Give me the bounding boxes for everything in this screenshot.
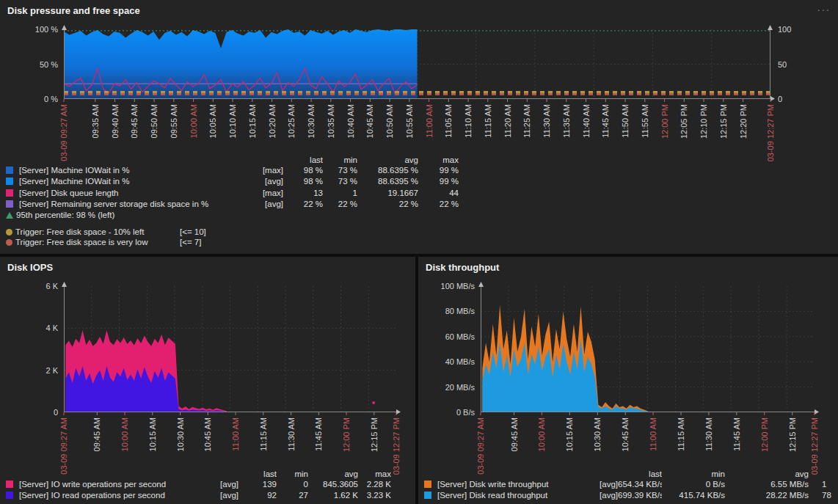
legend-aggregation: [avg]: [251, 199, 283, 210]
legend-header-last: last: [283, 155, 323, 165]
legend-aggregation: [avg]: [590, 490, 618, 501]
legend-row: [Server] IO write operations per second[…: [6, 479, 391, 490]
series-color-swatch: [6, 200, 13, 208]
legend-aggregation: [avg]: [590, 479, 618, 490]
legend-header-avg: avg: [357, 155, 418, 165]
x-axis-label: 03-09 09:27 AM: [476, 417, 485, 475]
x-axis-label: 12:05 PM: [679, 104, 688, 139]
legend-value: 73 %: [323, 165, 357, 176]
x-axis-label: 12:00 PM: [760, 417, 769, 452]
legend-value: 845.3605: [308, 479, 358, 490]
y-axis-label: 20 MB/s: [423, 383, 475, 392]
legend-value: 6.55 MB/s: [725, 479, 809, 490]
legend-header-spacer: [6, 155, 16, 165]
legend-value: 13: [283, 188, 323, 199]
legend-row: [Server] Disk queue length[max]13119.166…: [6, 188, 459, 199]
legend-row: [Server] Machine IOWait in %[max]98 %73 …: [6, 165, 459, 176]
x-axis-label: 11:55 AM: [641, 104, 649, 138]
y-axis-label: 6 K: [7, 282, 58, 291]
x-axis-label: 03-09 09:27 AM: [59, 104, 68, 161]
legend-header-spacer: [6, 469, 16, 479]
x-axis-label: 10:00 AM: [537, 417, 546, 451]
trigger-color-icon: [6, 239, 12, 246]
legend-value: 1: [809, 479, 838, 490]
dashboard: { "accent_colors": {"panel_bg":"#242424"…: [0, 0, 838, 504]
x-axis-label: 10:55 AM: [405, 104, 414, 138]
x-axis-label: 11:45 AM: [314, 417, 323, 451]
legend-value: 415.74 KB/s: [662, 490, 725, 501]
legend-swatch-cell: [6, 199, 16, 210]
percentile-triangle-icon: [6, 212, 13, 219]
x-axis-label: 10:15 AM: [148, 417, 157, 451]
legend-value: 699.39 KB/s: [618, 490, 662, 501]
legend-value: 27: [277, 490, 308, 501]
percentile-text: 95th percentile: 98 % (left): [13, 210, 114, 220]
x-axis-label: 09:40 AM: [111, 104, 120, 138]
trigger-row: Trigger: Free disk space - 10% left[<= 1…: [6, 227, 459, 237]
x-axis-label: 10:15 AM: [565, 417, 574, 451]
legend-header-last: last: [238, 469, 277, 479]
legend-value: 22 %: [323, 199, 357, 210]
chart-disk-throughput[interactable]: [481, 286, 815, 412]
panel-menu-button[interactable]: ...: [817, 1, 831, 13]
trigger-constraint: [<= 7]: [180, 237, 201, 247]
x-axis-label: 11:20 AM: [503, 104, 512, 138]
legend-value: 1: [323, 188, 357, 199]
legend-value: 73 %: [323, 176, 357, 187]
panel-title: Disk pressure and free space: [7, 5, 140, 16]
legend-header-spacer: [424, 469, 434, 479]
legend-header-min: min: [277, 469, 308, 479]
x-axis-label: 11:10 AM: [464, 104, 473, 138]
trigger-constraint: [<= 10]: [180, 227, 206, 237]
trigger-label: Trigger: Free disk space is very low: [12, 237, 180, 247]
legend-series-label: [Server] IO read operations per second: [16, 490, 205, 501]
legend-series-label: [Server] Machine IOWait in %: [16, 165, 251, 176]
x-axis-label: 03-09 12:27 PM: [810, 417, 819, 475]
series-color-swatch: [6, 481, 13, 488]
legend-swatch-cell: [6, 176, 16, 187]
legend-value: 92: [238, 490, 277, 501]
legend-row: [Server] Disk read throughput[avg]699.39…: [424, 490, 838, 501]
legend-disk-throughput: lastminavg[Server] Disk write throughput…: [424, 469, 838, 502]
legend-swatch-cell: [6, 188, 16, 199]
x-axis-label: 11:00 AM: [425, 104, 434, 138]
x-axis-label: 11:15 AM: [259, 417, 268, 451]
legend-value: 28.22 MB/s: [725, 490, 809, 501]
legend-disk-pressure: lastminavgmax[Server] Machine IOWait in …: [6, 155, 459, 248]
x-axis-label: 11:35 AM: [562, 104, 571, 138]
x-axis-label: 10:25 AM: [287, 104, 296, 138]
x-axis-label: 11:00 AM: [231, 417, 240, 451]
trigger-color-icon: [6, 229, 12, 235]
x-axis-label: 10:50 AM: [385, 104, 394, 138]
y-axis-label: 80 MB/s: [423, 307, 475, 316]
panel-disk-pressure: Disk pressure and free space ... lastmin…: [0, 0, 838, 254]
y-axis-label: 0: [7, 408, 58, 417]
legend-swatch-cell: [424, 479, 434, 490]
x-axis-label: 10:20 AM: [268, 104, 277, 138]
legend-series-label: [Server] IO write operations per second: [16, 479, 205, 490]
x-axis-label: 10:45 AM: [621, 417, 630, 451]
series-color-swatch: [6, 189, 13, 197]
legend-header-avg: avg: [308, 469, 358, 479]
x-axis-label: 10:40 AM: [346, 104, 355, 138]
panel-disk-iops: Disk IOPS lastminavgmax[Server] IO write…: [0, 257, 415, 504]
y-axis-label: 2 K: [7, 366, 58, 376]
chart-disk-pressure[interactable]: [64, 29, 770, 99]
x-axis-label: 12:15 PM: [370, 417, 379, 452]
legend-swatch-cell: [6, 165, 16, 176]
legend-header-avg: avg: [725, 469, 809, 479]
chart-disk-iops[interactable]: [64, 286, 396, 412]
x-axis-label: 10:05 AM: [208, 104, 217, 138]
x-axis-label: 09:50 AM: [150, 104, 159, 138]
legend-row: [Server] IO read operations per second[a…: [6, 490, 391, 501]
legend-series-label: [Server] Remaining server storage disk s…: [16, 199, 251, 210]
series-io-write-dot: [372, 401, 375, 404]
x-axis-label: 11:15 AM: [677, 417, 685, 451]
legend-value: 19.1667: [357, 188, 418, 199]
legend-aggregation: [max]: [251, 165, 283, 176]
x-axis-label: 09:45 AM: [130, 104, 139, 138]
legend-aggregation: [avg]: [205, 479, 238, 490]
chart-svg-2: [481, 286, 815, 412]
legend-header-max: max: [418, 155, 459, 165]
x-axis-label: 12:00 PM: [342, 417, 351, 452]
